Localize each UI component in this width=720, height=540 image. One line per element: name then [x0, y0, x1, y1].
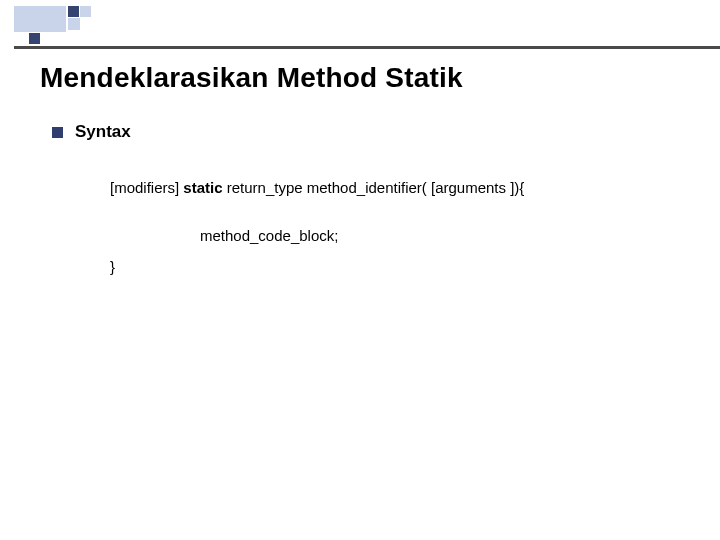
deco-square	[68, 18, 80, 30]
deco-square-dark	[29, 33, 40, 44]
code-text: return_type method_identifier( [argument…	[223, 179, 525, 196]
syntax-code: [modifiers] static return_type method_id…	[110, 178, 524, 277]
deco-square	[14, 6, 40, 32]
code-line-2: method_code_block;	[200, 226, 524, 246]
slide-title: Mendeklarasikan Method Statik	[40, 62, 463, 94]
bullet-square-icon	[52, 127, 63, 138]
slide: Mendeklarasikan Method Statik Syntax [mo…	[0, 0, 720, 540]
deco-square	[40, 6, 66, 32]
code-line-3: }	[110, 257, 524, 277]
bullet-label: Syntax	[75, 122, 131, 142]
code-text: [modifiers]	[110, 179, 183, 196]
bullet-item: Syntax	[52, 122, 131, 142]
deco-square	[80, 6, 91, 17]
code-keyword-static: static	[183, 179, 222, 196]
deco-square-dark	[68, 6, 79, 17]
horizontal-rule	[14, 46, 720, 49]
code-line-1: [modifiers] static return_type method_id…	[110, 178, 524, 198]
